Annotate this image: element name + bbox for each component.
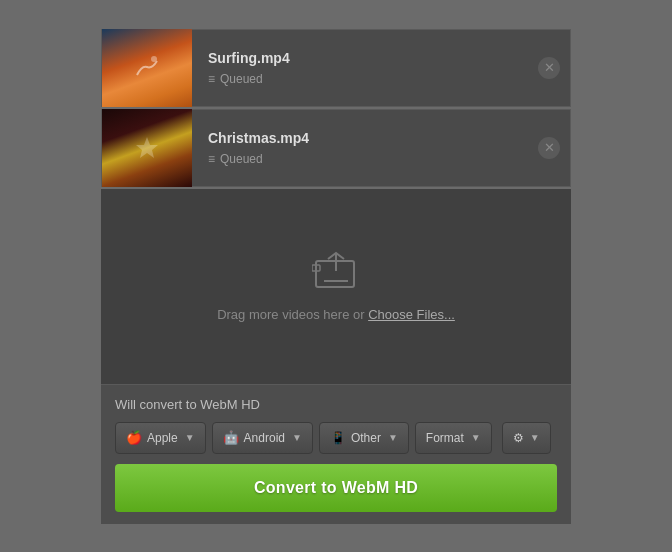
queue-item-christmas: Christmas.mp4 ≡ Queued ✕ [101,109,571,187]
thumb-surfing [102,29,192,107]
android-icon: 🤖 [223,430,239,445]
queue-item-info-christmas: Christmas.mp4 ≡ Queued [192,118,570,178]
android-dropdown-icon: ▼ [292,432,302,443]
queue-item-title-surfing: Surfing.mp4 [208,50,554,66]
queue-item-status-surfing: ≡ Queued [208,72,554,86]
convert-settings: Will convert to WebM HD 🍎 Apple ▼ 🤖 Andr… [101,384,571,524]
drop-zone[interactable]: Drag more videos here or Choose Files... [101,189,571,384]
gear-icon: ⚙ [513,431,524,445]
remove-surfing-button[interactable]: ✕ [538,57,560,79]
format-dropdown-icon: ▼ [471,432,481,443]
queue-item-surfing: Surfing.mp4 ≡ Queued ✕ [101,29,571,107]
remove-christmas-button[interactable]: ✕ [538,137,560,159]
queue-item-info-surfing: Surfing.mp4 ≡ Queued [192,38,570,98]
status-lines-icon-christmas: ≡ [208,152,215,166]
format-button[interactable]: Format ▼ [415,422,492,454]
apple-icon: 🍎 [126,430,142,445]
gear-dropdown-icon: ▼ [530,432,540,443]
android-button[interactable]: 🤖 Android ▼ [212,422,313,454]
choose-files-link[interactable]: Choose Files... [368,307,455,322]
convert-label: Will convert to WebM HD [115,397,557,412]
other-button[interactable]: 📱 Other ▼ [319,422,409,454]
queue-item-title-christmas: Christmas.mp4 [208,130,554,146]
thumb-christmas [102,109,192,187]
status-lines-icon-surfing: ≡ [208,72,215,86]
apple-dropdown-icon: ▼ [185,432,195,443]
device-buttons: 🍎 Apple ▼ 🤖 Android ▼ 📱 Other ▼ Format ▼… [115,422,557,454]
other-icon: 📱 [330,430,346,445]
svg-point-0 [151,56,157,62]
queue-item-status-christmas: ≡ Queued [208,152,554,166]
other-dropdown-icon: ▼ [388,432,398,443]
upload-icon [312,251,360,295]
gear-button[interactable]: ⚙ ▼ [502,422,551,454]
main-container: Surfing.mp4 ≡ Queued ✕ Christmas.mp4 ≡ Q… [101,29,571,524]
apple-button[interactable]: 🍎 Apple ▼ [115,422,206,454]
convert-button[interactable]: Convert to WebM HD [115,464,557,512]
drop-zone-text: Drag more videos here or Choose Files... [217,307,455,322]
